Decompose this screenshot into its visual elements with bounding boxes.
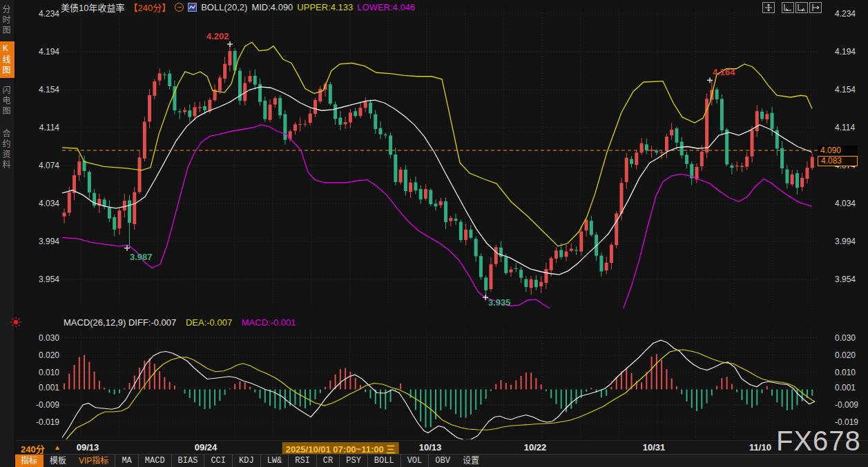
- toolbar-button-RSI[interactable]: RSI: [288, 455, 316, 467]
- bollinger-upper-line: [62, 42, 812, 246]
- toolbar-button-CCI[interactable]: CCI: [204, 455, 232, 467]
- annotation-layer: 4.2023.9874.1643.935: [124, 31, 735, 308]
- macd-axis-label: 0.001: [21, 383, 59, 393]
- chart-title: 美债10年收益率: [61, 1, 124, 14]
- grid-lines: [62, 10, 818, 439]
- price-axis-label: 4.234: [21, 9, 59, 19]
- macd-diff-line: [62, 340, 815, 439]
- svg-text:4.164: 4.164: [713, 67, 735, 77]
- toolbar-button-模板[interactable]: 模板: [44, 455, 73, 467]
- toolbar-button-BOLL[interactable]: BOLL: [367, 455, 401, 467]
- bollinger-lower-line: [62, 125, 812, 325]
- macd-lines-layer: [62, 340, 815, 444]
- period-tag[interactable]: 【240分】: [128, 1, 171, 14]
- macd-axis-label: -0.009: [835, 400, 868, 410]
- date-tick-label: 11/10: [749, 442, 771, 453]
- price-axis-label: 3.994: [21, 237, 59, 246]
- price-axis-label: 4.074: [21, 161, 59, 170]
- boll-upper-value: UPPER:4.133: [297, 2, 353, 12]
- toolbar-button-VIP指标[interactable]: VIP指标: [73, 455, 115, 467]
- macd-axis-label: -0.009: [21, 400, 59, 410]
- price-axis-label: 4.114: [21, 123, 59, 132]
- date-tick-label: 09/24: [195, 442, 218, 453]
- svg-text:3.987: 3.987: [130, 252, 153, 262]
- macd-axis-label: 0.010: [21, 368, 59, 377]
- bollinger-bands-layer: [62, 42, 812, 325]
- macd-axis-label: 0.020: [835, 350, 868, 360]
- trading-app-window: 4.2023.9874.1643.935 分时图K线图闪电图合约资料 美债10年…: [0, 0, 868, 467]
- macd-macd-value: MACD:-0.001: [242, 317, 296, 328]
- price-axis-label: 4.234: [835, 9, 868, 19]
- price-axis-label: 3.994: [835, 237, 868, 246]
- macd-dea-line: [62, 350, 815, 445]
- toolbar-button-设置[interactable]: 设置: [456, 455, 485, 467]
- axis-scale-right-icon[interactable]: [795, 2, 808, 13]
- chart-tool-icons: [762, 2, 822, 13]
- toolbar-button-VOL[interactable]: VOL: [401, 455, 429, 467]
- date-tick-label: 10/22: [524, 442, 547, 453]
- toolbar-button-MACD[interactable]: MACD: [138, 455, 171, 467]
- date-tick-label: 09/13: [77, 442, 99, 453]
- minus-circle-icon[interactable]: −: [175, 3, 184, 12]
- price-macd-chart: 4.2023.9874.1643.935: [0, 0, 868, 467]
- price-axis-label: 4.194: [835, 47, 868, 57]
- macd-axis-label: 0.001: [835, 383, 868, 393]
- sidebar-item-3[interactable]: 闪电图: [0, 83, 15, 119]
- price-axis-label: 4.034: [21, 199, 59, 208]
- alert-icon[interactable]: [10, 316, 22, 328]
- time-axis: 240分 ▲ 09/1309/242025/10/01 07:00~11:00 …: [15, 440, 868, 455]
- price-axis-label: 4.114: [835, 123, 868, 132]
- macd-axis-label: 0.010: [835, 368, 868, 377]
- toolbar-button-PSY[interactable]: PSY: [339, 455, 367, 467]
- macd-axis-label: -0.019: [21, 417, 59, 427]
- chart-header: 美债10年收益率 【240分】 − BOLL(20,2) MID:4.090 U…: [61, 2, 415, 12]
- watermark: FX678: [776, 426, 861, 457]
- boll-lower-value: LOWER:4.046: [357, 2, 415, 12]
- toolbar-button-CR[interactable]: CR: [316, 455, 339, 467]
- boll-mid-value: MID:4.090: [251, 2, 293, 12]
- timeframe-arrow-icon[interactable]: ▲: [54, 444, 61, 451]
- sidebar-item-2[interactable]: K线图: [0, 41, 15, 78]
- candlestick-layer: [63, 44, 814, 297]
- toolbar-button-OBV[interactable]: OBV: [428, 455, 456, 467]
- price-line-tag: 4.090: [818, 146, 858, 155]
- macd-axis-label: 0.030: [835, 333, 868, 343]
- boll-label: BOLL(20,2): [201, 2, 247, 12]
- macd-header: MACD(26,12,9) DIFF:-0.007 DEA:-0.007 MAC…: [64, 317, 296, 328]
- toolbar-button-MA[interactable]: MA: [115, 455, 137, 467]
- pan-right-icon[interactable]: [809, 2, 822, 13]
- chart-thumbnail-icon[interactable]: [188, 3, 197, 12]
- price-axis-label: 4.154: [21, 85, 59, 95]
- price-axis-label: 4.194: [21, 47, 59, 57]
- date-tick-label: 10/13: [419, 442, 442, 453]
- date-tick-label: 10/31: [643, 442, 666, 453]
- svg-text:3.935: 3.935: [488, 297, 511, 308]
- macd-params-label: MACD(26,12,9): [64, 317, 126, 328]
- price-axis-label: 3.954: [21, 275, 59, 284]
- bollinger-mid-line: [62, 87, 812, 275]
- toolbar-button-LW&[interactable]: LW&: [260, 455, 289, 467]
- sidebar: 分时图K线图闪电图合约资料: [0, 0, 15, 467]
- macd-axis-label: 0.020: [21, 350, 59, 360]
- axis-scale-left-icon[interactable]: [782, 2, 794, 13]
- macd-axis-label: 0.030: [21, 333, 59, 343]
- price-axis-label: 4.154: [835, 85, 868, 95]
- macd-diff-value: DIFF:-0.007: [128, 317, 176, 328]
- price-axis-label: 3.954: [835, 275, 868, 284]
- indicator-toolbar: 指标模板VIP指标MAMACDBIASCCIKDJLW&RSICRPSYBOLL…: [15, 454, 868, 467]
- macd-dea-value: DEA:-0.007: [186, 317, 232, 328]
- crosshair-icon[interactable]: [762, 2, 775, 13]
- price-axis-label: 4.034: [835, 199, 868, 208]
- toolbar-button-BIAS[interactable]: BIAS: [171, 455, 204, 467]
- sidebar-item-1[interactable]: 分时图: [0, 3, 15, 38]
- last-price-tag: 4.083: [818, 156, 858, 166]
- sidebar-item-4[interactable]: 合约资料: [0, 127, 15, 172]
- toolbar-button-KDJ[interactable]: KDJ: [232, 455, 260, 467]
- svg-text:4.202: 4.202: [206, 31, 229, 41]
- macd-histogram-layer: [64, 354, 813, 427]
- toolbar-button-指标[interactable]: 指标: [15, 455, 44, 467]
